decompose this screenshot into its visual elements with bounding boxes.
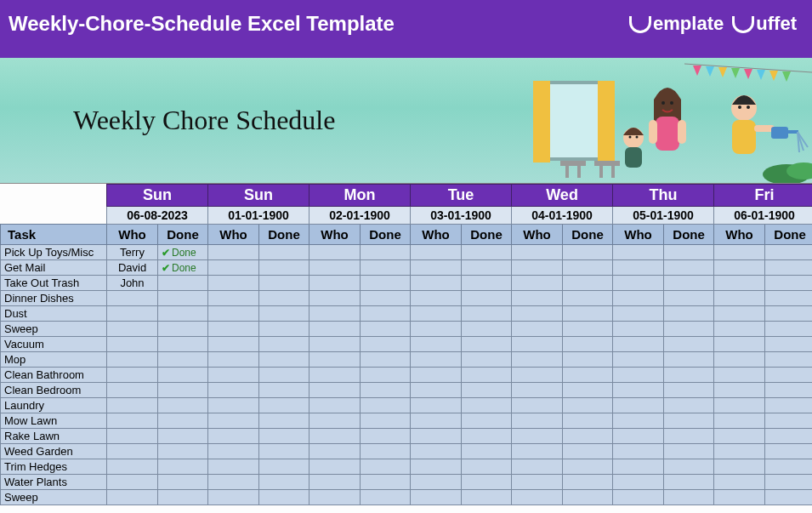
done-cell[interactable]: [259, 429, 309, 444]
done-cell[interactable]: [462, 276, 512, 291]
who-cell[interactable]: [613, 490, 664, 505]
done-cell[interactable]: [462, 306, 512, 322]
who-cell[interactable]: [107, 429, 158, 444]
done-cell[interactable]: [563, 429, 613, 444]
done-cell[interactable]: [563, 475, 613, 490]
who-cell[interactable]: [208, 322, 259, 337]
who-cell[interactable]: [714, 413, 765, 429]
done-cell[interactable]: [158, 291, 208, 306]
who-cell[interactable]: [309, 490, 361, 505]
done-cell[interactable]: [765, 475, 812, 490]
who-cell[interactable]: [714, 352, 765, 368]
who-cell[interactable]: [411, 352, 462, 368]
who-cell[interactable]: [714, 322, 765, 337]
who-cell[interactable]: [613, 352, 664, 368]
who-cell[interactable]: [613, 368, 664, 383]
done-cell[interactable]: [664, 383, 714, 398]
done-cell[interactable]: [563, 322, 613, 337]
done-cell[interactable]: [563, 490, 613, 505]
done-cell[interactable]: [158, 383, 208, 398]
done-cell[interactable]: [259, 398, 309, 413]
done-cell[interactable]: [765, 352, 812, 368]
done-cell[interactable]: [361, 260, 411, 276]
who-cell[interactable]: David: [107, 260, 158, 276]
who-cell[interactable]: [512, 444, 563, 459]
done-cell[interactable]: [563, 398, 613, 413]
done-cell[interactable]: [664, 291, 714, 306]
task-name-cell[interactable]: Clean Bathroom: [1, 368, 107, 383]
done-cell[interactable]: [259, 276, 309, 291]
task-name-cell[interactable]: Trim Hedges: [1, 459, 107, 475]
who-cell[interactable]: [309, 276, 361, 291]
done-cell[interactable]: [765, 444, 812, 459]
who-cell[interactable]: [208, 459, 259, 475]
done-cell[interactable]: [664, 368, 714, 383]
task-name-cell[interactable]: Rake Lawn: [1, 429, 107, 444]
who-cell[interactable]: [512, 398, 563, 413]
done-cell[interactable]: [765, 260, 812, 276]
who-cell[interactable]: [613, 398, 664, 413]
done-cell[interactable]: [259, 322, 309, 337]
done-cell[interactable]: [664, 429, 714, 444]
done-cell[interactable]: [462, 490, 512, 505]
who-cell[interactable]: [411, 337, 462, 352]
who-cell[interactable]: [512, 306, 563, 322]
done-cell[interactable]: [158, 352, 208, 368]
who-cell[interactable]: [714, 276, 765, 291]
task-name-cell[interactable]: Dinner Dishes: [1, 291, 107, 306]
done-cell[interactable]: [259, 413, 309, 429]
task-name-cell[interactable]: Weed Garden: [1, 444, 107, 459]
who-cell[interactable]: [309, 444, 361, 459]
who-cell[interactable]: Terry: [107, 245, 158, 260]
done-cell[interactable]: [462, 413, 512, 429]
done-cell[interactable]: [158, 429, 208, 444]
who-cell[interactable]: [512, 291, 563, 306]
who-cell[interactable]: [613, 322, 664, 337]
done-cell[interactable]: [462, 444, 512, 459]
who-cell[interactable]: [208, 306, 259, 322]
done-cell[interactable]: [259, 368, 309, 383]
done-cell[interactable]: [765, 490, 812, 505]
who-cell[interactable]: [411, 398, 462, 413]
done-cell[interactable]: [563, 413, 613, 429]
who-cell[interactable]: [107, 322, 158, 337]
done-cell[interactable]: [462, 475, 512, 490]
who-cell[interactable]: [714, 383, 765, 398]
done-cell[interactable]: [765, 337, 812, 352]
who-cell[interactable]: [512, 352, 563, 368]
done-cell[interactable]: [664, 245, 714, 260]
done-cell[interactable]: [664, 337, 714, 352]
who-cell[interactable]: [613, 459, 664, 475]
who-cell[interactable]: [512, 459, 563, 475]
done-cell[interactable]: [664, 475, 714, 490]
who-cell[interactable]: [411, 306, 462, 322]
who-cell[interactable]: [613, 337, 664, 352]
done-cell[interactable]: [563, 459, 613, 475]
who-cell[interactable]: [107, 306, 158, 322]
who-cell[interactable]: [714, 459, 765, 475]
who-cell[interactable]: [107, 291, 158, 306]
done-cell[interactable]: [664, 322, 714, 337]
done-cell[interactable]: [259, 490, 309, 505]
done-cell[interactable]: [361, 322, 411, 337]
who-cell[interactable]: [714, 337, 765, 352]
who-cell[interactable]: [714, 368, 765, 383]
done-cell[interactable]: [765, 306, 812, 322]
who-cell[interactable]: [411, 368, 462, 383]
who-cell[interactable]: [309, 291, 361, 306]
who-cell[interactable]: [714, 306, 765, 322]
done-cell[interactable]: [361, 337, 411, 352]
done-cell[interactable]: [765, 322, 812, 337]
done-cell[interactable]: [158, 337, 208, 352]
who-cell[interactable]: [613, 291, 664, 306]
done-cell[interactable]: [765, 429, 812, 444]
done-cell[interactable]: [664, 260, 714, 276]
who-cell[interactable]: [208, 368, 259, 383]
who-cell[interactable]: [309, 413, 361, 429]
done-cell[interactable]: [158, 475, 208, 490]
who-cell[interactable]: [512, 245, 563, 260]
done-cell[interactable]: [462, 398, 512, 413]
done-cell[interactable]: [563, 383, 613, 398]
who-cell[interactable]: John: [107, 276, 158, 291]
done-cell[interactable]: [462, 352, 512, 368]
